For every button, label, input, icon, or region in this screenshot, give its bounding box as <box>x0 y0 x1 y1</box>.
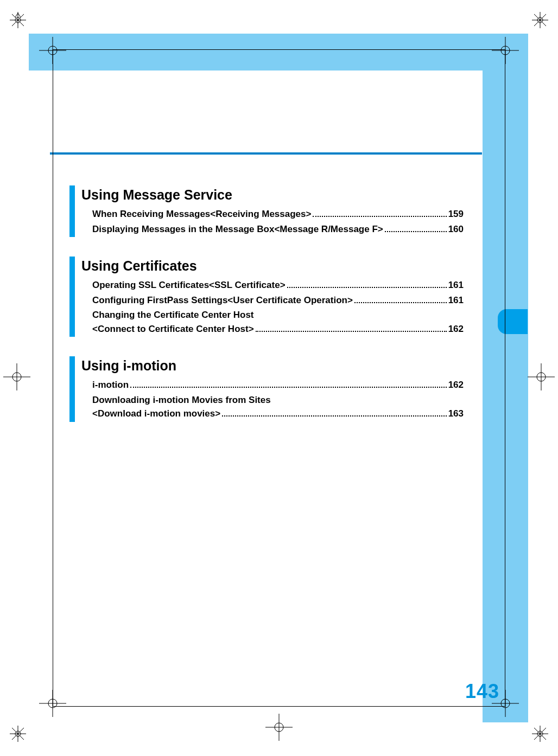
leader-dots <box>385 225 447 232</box>
svg-line-4 <box>12 14 24 26</box>
section-bar-icon <box>69 185 75 237</box>
toc-entry-text: Changing the Certificate Center Host <box>92 308 464 322</box>
svg-point-34 <box>12 373 21 381</box>
section-bar-icon <box>69 257 75 337</box>
registration-mark-icon <box>10 12 26 30</box>
section-bar-icon <box>69 356 75 422</box>
toc-entry-text: Operating SSL Certificates<SSL Certifica… <box>92 278 286 292</box>
svg-line-10 <box>534 14 546 26</box>
section-title: Using i-motion <box>81 356 464 377</box>
toc-entry-text: Configuring FirstPass Settings<User Cert… <box>92 293 353 307</box>
toc-section: Using i-motion i-motion 162 Downloading … <box>69 356 464 422</box>
toc-entry-page: 160 <box>448 222 464 236</box>
toc-entry: i-motion 162 <box>81 378 464 392</box>
leader-dots <box>130 380 447 388</box>
toc-entry: Changing the Certificate Center Host <Co… <box>81 308 464 336</box>
toc-entry-page: 159 <box>448 207 464 221</box>
svg-point-37 <box>537 373 546 381</box>
toc-entry: Downloading i-motion Movies from Sites <… <box>81 393 464 421</box>
toc-entry-page: 161 <box>448 293 464 307</box>
toc-entry: Configuring FirstPass Settings<User Cert… <box>81 293 464 307</box>
svg-line-21 <box>534 728 546 740</box>
registration-mark-icon <box>532 726 548 744</box>
toc-entry-text: <Download i-motion movies> <box>92 407 220 421</box>
leader-dots <box>287 280 447 288</box>
toc-entry: Displaying Messages in the Message Box<M… <box>81 222 464 236</box>
toc-entry-page: 161 <box>448 278 464 292</box>
leader-dots <box>222 409 446 417</box>
svg-point-17 <box>537 731 543 736</box>
toc-section: Using Message Service When Receiving Mes… <box>69 185 464 237</box>
svg-point-0 <box>15 17 21 23</box>
toc-entry-text: When Receiving Messages<Receiving Messag… <box>92 207 311 221</box>
svg-point-12 <box>15 731 21 736</box>
section-title: Using Certificates <box>81 257 464 277</box>
svg-line-20 <box>534 728 546 740</box>
crosshair-mark-icon <box>3 363 30 393</box>
svg-line-6 <box>15 13 18 17</box>
registration-mark-icon <box>532 12 548 30</box>
section-title: Using Message Service <box>81 185 464 206</box>
table-of-contents: Using Message Service When Receiving Mes… <box>69 185 464 441</box>
toc-entry-page: 162 <box>448 322 464 336</box>
toc-entry-text: i-motion <box>92 378 129 392</box>
svg-line-16 <box>12 728 24 740</box>
svg-line-11 <box>534 14 546 26</box>
leader-dots <box>354 296 447 303</box>
svg-point-7 <box>537 17 543 23</box>
svg-line-5 <box>18 13 21 17</box>
svg-line-3 <box>12 14 24 26</box>
toc-entry-text: Displaying Messages in the Message Box<M… <box>92 222 383 236</box>
toc-section: Using Certificates Operating SSL Certifi… <box>69 257 464 337</box>
toc-entry-page: 163 <box>448 407 464 421</box>
crosshair-mark-icon <box>528 363 555 393</box>
page-number: 143 <box>465 680 499 703</box>
leader-dots <box>256 324 447 332</box>
registration-mark-icon <box>10 726 26 744</box>
svg-point-40 <box>275 723 283 732</box>
leader-dots <box>313 209 446 217</box>
toc-entry: Operating SSL Certificates<SSL Certifica… <box>81 278 464 292</box>
toc-entry: When Receiving Messages<Receiving Messag… <box>81 207 464 221</box>
toc-entry-page: 162 <box>448 378 464 392</box>
toc-entry-text: Downloading i-motion Movies from Sites <box>92 393 464 407</box>
svg-line-15 <box>12 728 24 740</box>
toc-entry-text: <Connect to Certificate Center Host> <box>92 322 254 336</box>
